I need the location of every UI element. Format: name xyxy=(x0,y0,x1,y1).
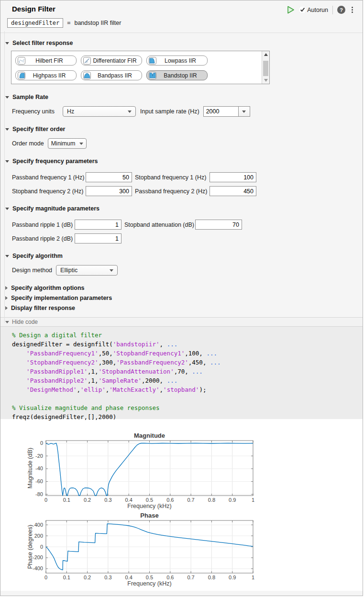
task-gutter-line xyxy=(4,31,5,323)
section-specify-magnitude-parameters[interactable]: Specify magnitude parameters xyxy=(5,205,363,212)
autorun-toggle[interactable]: Autorun xyxy=(299,7,328,13)
hide-code-toggle[interactable]: Hide code xyxy=(0,317,363,327)
y-tick-label: 200 xyxy=(34,533,43,539)
equals-sign: = xyxy=(67,20,70,26)
passband-ripple-1-field[interactable] xyxy=(75,220,121,230)
filter-button-label: Lowpass IIR xyxy=(156,57,207,64)
magnitude-parameters-grid: Passband ripple 1 (dB) Stopband attenuat… xyxy=(12,220,363,243)
filter-response-scrollbar[interactable] xyxy=(262,51,269,84)
code-line: 'DesignMethod','ellip','MatchExactly','s… xyxy=(12,385,363,394)
header-divider xyxy=(332,6,333,14)
passband-frequency-1-field[interactable] xyxy=(86,172,132,182)
run-icon[interactable] xyxy=(286,5,295,14)
chart-title: Phase xyxy=(140,512,158,519)
order-mode-row: Order mode Minimum xyxy=(12,138,363,149)
collapse-triangle-icon xyxy=(5,128,9,131)
output-variable-field[interactable]: designedFilter xyxy=(7,18,63,28)
filter-button-bandpass-iir[interactable]: Bandpass IIR xyxy=(81,70,142,80)
x-tick-label: 0.8 xyxy=(208,497,215,503)
design-method-select[interactable]: Elliptic xyxy=(56,265,118,276)
x-tick-label: 0.8 xyxy=(208,575,215,580)
stopband-attenuation-label: Stopband attenuation (dB) xyxy=(121,221,195,228)
input-sample-rate-field[interactable] xyxy=(204,107,238,116)
x-tick-label: 0.9 xyxy=(229,575,236,580)
x-tick-label: 1 xyxy=(252,497,254,503)
x-tick-label: 0.5 xyxy=(146,497,153,503)
design-method-value: Elliptic xyxy=(60,267,77,274)
stopband-frequency-2-field[interactable] xyxy=(86,186,132,196)
code-block[interactable]: % Design a digital filterdesignedFilter … xyxy=(0,327,363,419)
x-tick-label: 0.4 xyxy=(125,497,132,503)
collapse-triangle-icon xyxy=(5,160,9,163)
filter-response-list: Hilbert FIRDifferentiator FIRLowpass IIR… xyxy=(11,51,262,80)
filter-button-differentiator-fir[interactable]: Differentiator FIR xyxy=(81,55,142,66)
code-line: 'PassbandRipple1',1,'StopbandAttenuation… xyxy=(12,367,363,376)
lowpass-iir-icon xyxy=(149,57,156,65)
header-rule xyxy=(0,33,363,33)
expand-triangle-icon xyxy=(5,286,8,290)
order-mode-label: Order mode xyxy=(12,140,44,147)
order-mode-select[interactable]: Minimum xyxy=(48,138,87,149)
section-title: Specify magnitude parameters xyxy=(12,205,99,212)
x-tick-label: 0.2 xyxy=(84,497,91,503)
chevron-down-icon xyxy=(242,111,246,113)
filter-button-hilbert-fir[interactable]: Hilbert FIR xyxy=(15,55,77,66)
x-tick-label: 0.1 xyxy=(63,497,70,503)
output-row: designedFilter = bandstop IIR filter xyxy=(7,18,363,28)
section-sample-rate[interactable]: Sample Rate xyxy=(5,94,363,100)
passband-ripple-2-label: Passband ripple 2 (dB) xyxy=(12,235,75,242)
section-title: Specify algorithm xyxy=(12,253,63,259)
x-tick-label: 0.3 xyxy=(104,497,111,503)
code-line: designedFilter = designfilt('bandstopiir… xyxy=(12,340,363,349)
section-specify-algorithm-options[interactable]: Specify algorithm options xyxy=(5,283,363,293)
y-tick-label: -60 xyxy=(35,478,43,484)
scrollbar-thumb[interactable] xyxy=(263,61,268,76)
frequency-units-select[interactable]: Hz xyxy=(63,106,136,117)
filter-button-label: Highpass IIR xyxy=(25,72,76,79)
x-tick-label: 0.6 xyxy=(166,497,174,503)
y-tick-label: 0 xyxy=(40,440,43,446)
section-select-filter-response[interactable]: Select filter response xyxy=(5,40,363,46)
page-title: Design Filter xyxy=(12,5,55,13)
stopband-attenuation-field[interactable] xyxy=(195,220,242,230)
filter-button-bandstop-iir[interactable]: Bandstop IIR xyxy=(146,70,208,80)
section-specify-filter-order[interactable]: Specify filter order xyxy=(5,126,363,133)
filter-button-lowpass-iir[interactable]: Lowpass IIR xyxy=(146,55,208,66)
passband-ripple-2-field[interactable] xyxy=(75,233,121,243)
order-mode-value: Minimum xyxy=(51,140,76,147)
task-header: Design Filter Autorun ? xyxy=(0,0,363,14)
input-sample-rate-dropdown-button[interactable] xyxy=(238,107,250,116)
section-display-filter-response[interactable]: Display filter response xyxy=(5,303,363,313)
passband-frequency-2-field[interactable] xyxy=(210,186,256,196)
section-title: Select filter response xyxy=(12,40,73,46)
section-specify-frequency-parameters[interactable]: Specify frequency parameters xyxy=(5,158,363,165)
help-icon[interactable]: ? xyxy=(337,6,345,14)
section-specify-implementation-parameters[interactable]: Specify implementation parameters xyxy=(5,293,363,303)
code-line: % Visualize magnitude and phase response… xyxy=(12,403,363,412)
code-line xyxy=(12,394,363,403)
stopband-frequency-1-field[interactable] xyxy=(210,172,256,182)
stopband-frequency-2-label: Stopband frequency 2 (Hz) xyxy=(12,188,86,195)
y-tick-label: -400 xyxy=(33,565,43,571)
x-tick-label: 1 xyxy=(252,575,254,580)
frequency-units-value: Hz xyxy=(67,108,74,115)
scrollbar-up-icon[interactable] xyxy=(264,53,268,56)
y-axis-label: Magnitude (dB) xyxy=(27,448,33,488)
section-specify-algorithm[interactable]: Specify algorithm xyxy=(5,253,363,259)
x-tick-label: 0.9 xyxy=(229,497,236,503)
filter-button-highpass-iir[interactable]: Highpass IIR xyxy=(15,70,77,80)
y-tick-label: -80 xyxy=(35,491,43,497)
code-line: 'PassbandFrequency1',50,'StopbandFrequen… xyxy=(12,349,363,358)
expand-triangle-icon xyxy=(5,296,8,300)
sample-rate-row: Frequency units Hz Input sample rate (Hz… xyxy=(12,106,363,117)
collapse-triangle-icon xyxy=(5,321,9,323)
x-tick-label: 0.1 xyxy=(63,575,70,580)
scrollbar-down-icon[interactable] xyxy=(264,79,268,82)
differentiator-fir-icon xyxy=(83,57,91,65)
overflow-menu-icon[interactable] xyxy=(350,6,355,13)
hilbert-fir-icon xyxy=(18,57,25,65)
filter-button-label: Hilbert FIR xyxy=(25,57,76,64)
x-tick-label: 0.7 xyxy=(187,575,194,580)
autorun-checkbox[interactable] xyxy=(299,7,306,13)
filter-button-label: Bandpass IIR xyxy=(91,72,142,79)
